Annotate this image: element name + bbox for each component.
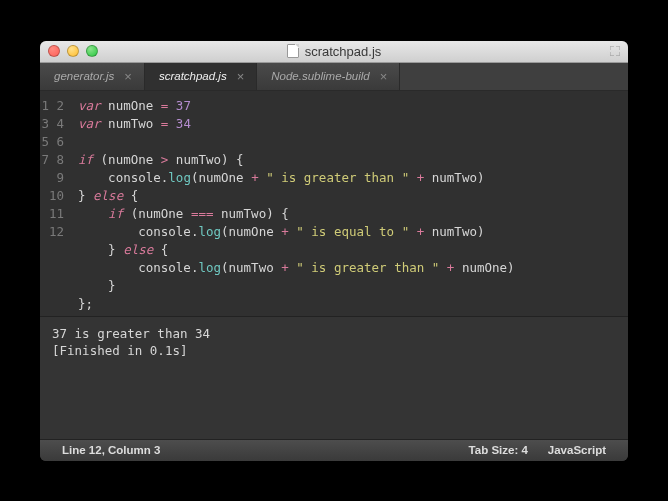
minimize-icon[interactable] — [67, 45, 79, 57]
tab-label: generator.js — [54, 70, 114, 82]
build-output-panel[interactable]: 37 is greater than 34 [Finished in 0.1s] — [40, 316, 628, 439]
code-line[interactable]: var numTwo = 34 — [78, 115, 618, 133]
code-editor[interactable]: 1 2 3 4 5 6 7 8 9 10 11 12 var numOne = … — [40, 91, 628, 316]
close-icon[interactable]: × — [124, 70, 132, 83]
status-tab-size[interactable]: Tab Size: 4 — [459, 444, 538, 456]
tab-scratchpad-js[interactable]: scratchpad.js× — [145, 63, 257, 90]
window-title-text: scratchpad.js — [305, 44, 382, 59]
code-line[interactable]: console.log(numOne + " is greater than "… — [78, 169, 618, 187]
tab-generator-js[interactable]: generator.js× — [40, 63, 145, 90]
editor-window: scratchpad.js generator.js×scratchpad.js… — [40, 41, 628, 461]
code-line[interactable]: console.log(numOne + " is equal to " + n… — [78, 223, 618, 241]
line-gutter: 1 2 3 4 5 6 7 8 9 10 11 12 — [40, 91, 72, 316]
code-area[interactable]: var numOne = 37var numTwo = 34 if (numOn… — [72, 91, 628, 316]
code-line[interactable] — [78, 133, 618, 151]
tab-label: Node.sublime-build — [271, 70, 369, 82]
code-line[interactable]: console.log(numTwo + " is greater than "… — [78, 259, 618, 277]
status-bar: Line 12, Column 3 Tab Size: 4 JavaScript — [40, 439, 628, 461]
tab-label: scratchpad.js — [159, 70, 227, 82]
code-line[interactable]: if (numOne === numTwo) { — [78, 205, 618, 223]
code-line[interactable]: }; — [78, 295, 618, 313]
code-line[interactable]: } else { — [78, 187, 618, 205]
code-line[interactable]: } — [78, 277, 618, 295]
fullscreen-icon[interactable] — [610, 46, 620, 56]
tab-bar: generator.js×scratchpad.js×Node.sublime-… — [40, 63, 628, 91]
titlebar[interactable]: scratchpad.js — [40, 41, 628, 63]
close-icon[interactable] — [48, 45, 60, 57]
status-syntax[interactable]: JavaScript — [538, 444, 616, 456]
close-icon[interactable]: × — [380, 70, 388, 83]
code-line[interactable]: var numOne = 37 — [78, 97, 618, 115]
window-title: scratchpad.js — [40, 44, 628, 59]
tab-node-sublime-build[interactable]: Node.sublime-build× — [257, 63, 400, 90]
traffic-lights — [48, 45, 98, 57]
document-icon — [287, 44, 299, 58]
code-line[interactable]: } else { — [78, 241, 618, 259]
code-line[interactable]: if (numOne > numTwo) { — [78, 151, 618, 169]
status-position[interactable]: Line 12, Column 3 — [52, 444, 170, 456]
close-icon[interactable]: × — [237, 70, 245, 83]
zoom-icon[interactable] — [86, 45, 98, 57]
